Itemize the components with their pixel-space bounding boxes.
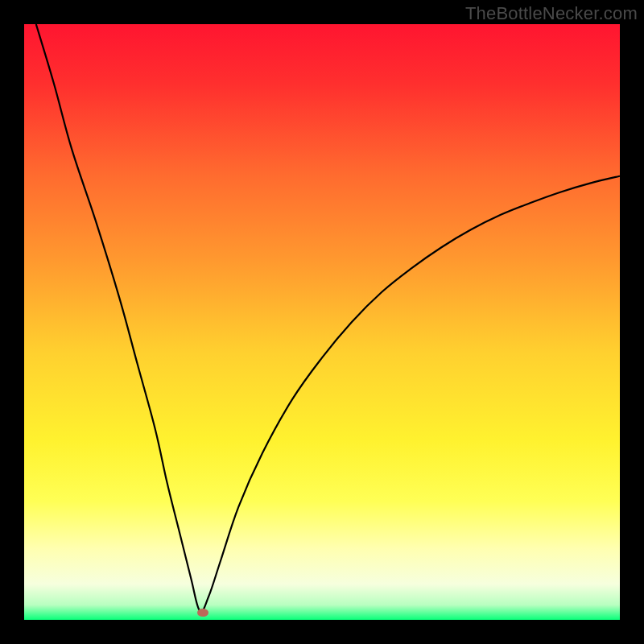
watermark-text: TheBottleNecker.com — [465, 3, 638, 24]
bottleneck-chart — [24, 24, 620, 620]
chart-frame: TheBottleNecker.com — [0, 0, 644, 644]
optimal-point-marker — [197, 609, 208, 617]
gradient-background — [24, 24, 620, 620]
